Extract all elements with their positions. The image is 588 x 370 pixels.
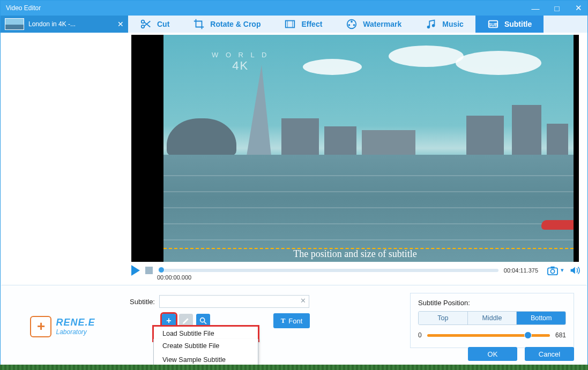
logo-badge-icon: + [30,316,51,337]
video-editor-window: Video Editor — □ ✕ London in 4K -... ✕ [0,0,588,368]
seek-track[interactable]: 00:00:00.000 [158,269,498,272]
file-thumbnail [5,18,24,30]
slider-knob[interactable] [524,331,532,339]
position-slider[interactable] [427,334,550,337]
slider-max: 681 [555,331,566,339]
tab-music[interactable]: Music [413,16,475,33]
editor-toolbar: Cut Rotate & Crop Effect [128,16,587,33]
cancel-button[interactable]: Cancel [525,347,574,361]
svg-point-5 [348,24,351,26]
subtitle-label: Subtitle: [130,298,155,306]
svg-point-6 [353,24,355,26]
file-tab-close-icon[interactable]: ✕ [117,20,124,28]
snapshot-button[interactable] [547,265,559,276]
tab-subtitle[interactable]: SUB Subtitle [475,16,544,33]
slider-min: 0 [418,331,422,339]
position-segmented: Top Middle Bottom [418,311,566,325]
svg-point-12 [550,269,554,273]
minimize-button[interactable]: — [531,4,540,13]
scissors-icon [140,18,152,30]
bottom-panel: + RENE.E Laboratory Subtitle: ✕ + [1,285,587,367]
brand-logo: + RENE.E Laboratory [1,285,124,367]
tab-cut[interactable]: Cut [128,16,181,33]
svg-rect-13 [550,267,554,269]
subtitle-icon: SUB [487,18,499,30]
svg-point-14 [200,318,205,322]
svg-point-1 [142,25,145,28]
position-middle[interactable]: Middle [467,312,517,324]
playback-bar: 00:00:00.000 00:04:11.375 ▾ [128,263,587,278]
tab-watermark[interactable]: Watermark [334,16,413,33]
play-button[interactable] [131,265,140,276]
menu-create-subtitle[interactable]: Create Subtitle File [154,339,258,353]
boat-graphic [541,220,574,230]
position-top[interactable]: Top [419,312,467,324]
window-title: Video Editor [6,4,41,12]
music-note-icon [425,18,437,30]
window-controls: — □ ✕ [531,3,583,13]
tab-effect[interactable]: Effect [272,16,334,33]
seek-handle[interactable] [158,267,165,273]
volume-button[interactable] [569,266,580,275]
svg-point-0 [142,20,145,24]
svg-rect-2 [286,21,295,28]
crop-icon [193,18,205,30]
reel-icon [346,18,358,30]
film-icon [284,18,296,30]
svg-text:SUB: SUB [488,22,497,27]
svg-point-8 [432,24,435,27]
subtitle-position-box: Subtitle Position: Top Middle Bottom 0 6… [410,293,574,348]
close-button[interactable]: ✕ [574,3,583,13]
total-time: 00:04:11.375 [504,267,538,274]
position-title: Subtitle Position: [418,299,566,307]
titlebar: Video Editor — □ ✕ [1,1,587,16]
clear-input-icon[interactable]: ✕ [300,297,306,305]
stop-button[interactable] [145,267,153,274]
svg-point-4 [351,21,353,23]
file-tab[interactable]: London in 4K -... ✕ [1,16,128,33]
background-decoration [0,365,588,370]
ok-button[interactable]: OK [468,347,517,361]
video-watermark: W O R L D 4K [212,51,269,73]
maximize-button[interactable]: □ [552,4,562,13]
video-preview[interactable]: W O R L D 4K The position and size of su… [131,35,579,262]
subtitle-sample-text: The position and size of subtitle [131,248,579,260]
add-subtitle-menu-rest: Create Subtitle File View Sample Subtitl… [153,339,258,367]
file-name: London in 4K -... [28,20,113,28]
tab-rotate-crop[interactable]: Rotate & Crop [181,16,272,33]
font-button[interactable]: T Font [273,313,310,328]
current-time: 00:00:00.000 [157,274,191,281]
position-bottom[interactable]: Bottom [516,312,565,324]
svg-point-7 [427,26,430,29]
subtitle-path-input[interactable] [159,295,309,308]
plus-icon: + [166,316,171,326]
text-icon: T [281,316,286,325]
